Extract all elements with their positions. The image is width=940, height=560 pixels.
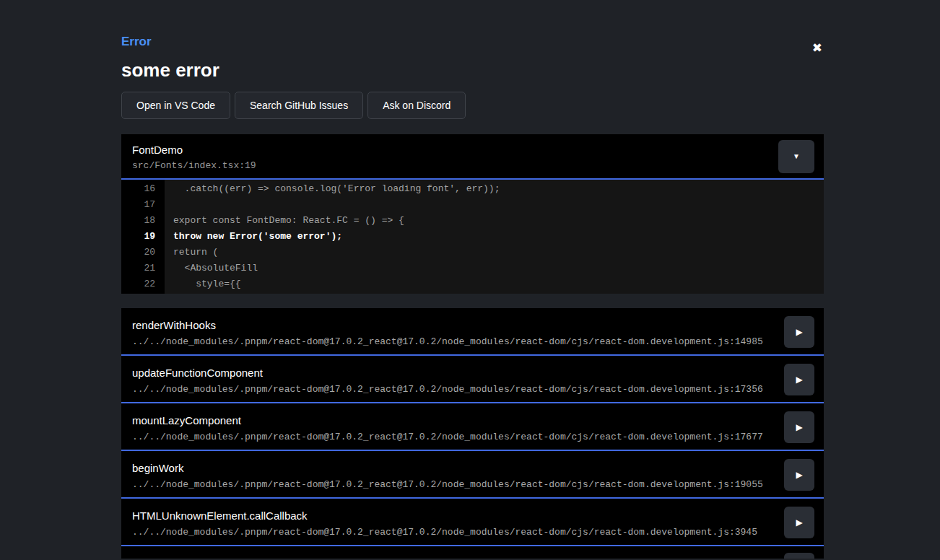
expand-frame-button[interactable]: ▶: [784, 459, 814, 491]
line-code: <AbsoluteFill: [165, 261, 824, 276]
line-number: 20: [121, 245, 165, 261]
stack-frame-function: mountLazyComponent: [132, 415, 773, 427]
stack-frame-updatefunctioncomponent: updateFunctionComponent ../../node_modul…: [121, 356, 824, 403]
line-code: return (: [165, 245, 824, 261]
line-number: 22: [121, 276, 165, 292]
code-line: 22 style={{: [121, 276, 824, 292]
action-buttons-row: Open in VS Code Search GitHub Issues Ask…: [121, 92, 824, 119]
code-line: 20return (: [121, 245, 824, 261]
line-code: style={{: [165, 276, 824, 292]
code-frame-function-name: FontDemo: [132, 144, 812, 157]
play-icon: ▶: [796, 327, 802, 337]
stack-frame-function: beginWork: [132, 463, 773, 475]
code-line: 21 <AbsoluteFill: [121, 261, 824, 276]
code-block: 16 .catch((err) => console.log('Error lo…: [121, 180, 824, 294]
search-github-issues-button[interactable]: Search GitHub Issues: [235, 92, 363, 119]
chevron-down-icon: ▼: [793, 152, 800, 160]
play-icon: ▶: [796, 470, 802, 480]
play-icon: ▶: [796, 422, 802, 432]
stack-frame-location: ../../node_modules/.pnpm/react-dom@17.0.…: [132, 432, 773, 442]
code-line: 18export const FontDemo: React.FC = () =…: [121, 213, 824, 229]
line-number: 17: [121, 197, 165, 213]
line-number: 19: [121, 229, 165, 245]
stack-frame-renderwithhooks: renderWithHooks ../../node_modules/.pnpm…: [121, 308, 824, 356]
code-frame-file-path: src/Fonts/index.tsx:19: [132, 160, 812, 172]
stack-frame-location: ../../node_modules/.pnpm/react-dom@17.0.…: [132, 384, 773, 395]
stack-frame-location: ../../node_modules/.pnpm/react-dom@17.0.…: [132, 527, 773, 538]
line-code: export const FontDemo: React.FC = () => …: [165, 213, 824, 229]
error-overlay: ✖ Error some error Open in VS Code Searc…: [121, 0, 824, 559]
stack-frame-mountlazycomponent: mountLazyComponent ../../node_modules/.p…: [121, 403, 824, 451]
stack-frame-partial: ▶: [121, 546, 824, 559]
expand-frame-button[interactable]: ▶: [784, 553, 814, 559]
stack-frame-function: updateFunctionComponent: [132, 367, 773, 380]
ask-on-discord-button[interactable]: Ask on Discord: [367, 92, 466, 119]
code-frame-header: FontDemo src/Fonts/index.tsx:19 ▼: [121, 134, 824, 180]
code-line: 17: [121, 197, 824, 213]
close-icon: ✖: [812, 40, 822, 55]
line-code: .catch((err) => console.log('Error loadi…: [165, 181, 824, 197]
error-message: some error: [121, 60, 824, 82]
play-icon: ▶: [796, 517, 802, 528]
line-code: [165, 197, 824, 213]
line-number: 16: [121, 181, 165, 197]
collapse-code-frame-button[interactable]: ▼: [778, 140, 814, 173]
code-line-highlighted: 19throw new Error('some error');: [121, 229, 824, 245]
expand-frame-button[interactable]: ▶: [784, 411, 814, 443]
expand-frame-button[interactable]: ▶: [784, 507, 814, 538]
play-icon: ▶: [796, 375, 802, 385]
code-line: 16 .catch((err) => console.log('Error lo…: [121, 181, 824, 197]
line-number: 18: [121, 213, 165, 229]
stack-frame-location: ../../node_modules/.pnpm/react-dom@17.0.…: [132, 479, 773, 490]
stack-trace-list: renderWithHooks ../../node_modules/.pnpm…: [121, 308, 824, 559]
line-number: 21: [121, 261, 165, 276]
expand-frame-button[interactable]: ▶: [784, 316, 814, 348]
close-button[interactable]: ✖: [812, 42, 822, 54]
expand-frame-button[interactable]: ▶: [784, 364, 814, 395]
stack-frame-function: HTMLUnknownElement.callCallback: [132, 510, 773, 522]
stack-frame-location: ../../node_modules/.pnpm/react-dom@17.0.…: [132, 336, 773, 347]
error-type-label: Error: [121, 35, 824, 49]
stack-frame-beginwork: beginWork ../../node_modules/.pnpm/react…: [121, 451, 824, 499]
line-code: throw new Error('some error');: [165, 229, 824, 245]
open-in-vscode-button[interactable]: Open in VS Code: [121, 92, 230, 119]
stack-frame-callcallback: HTMLUnknownElement.callCallback ../../no…: [121, 499, 824, 546]
stack-frame-function: renderWithHooks: [132, 320, 773, 332]
code-frame: FontDemo src/Fonts/index.tsx:19 ▼ 16 .ca…: [121, 134, 824, 294]
